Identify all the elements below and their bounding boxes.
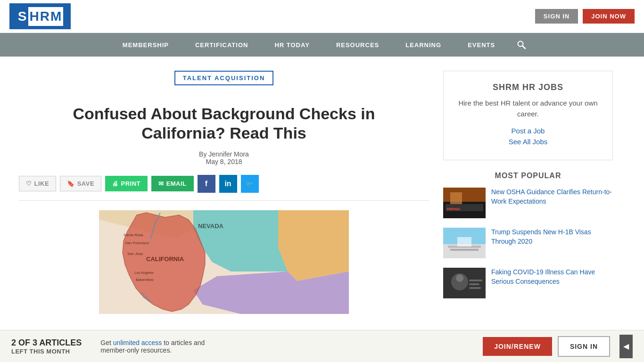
save-button[interactable]: 🔖 SAVE — [60, 176, 101, 191]
collapse-icon: ◀ — [623, 342, 629, 351]
nav-item-membership[interactable]: MEMBERSHIP — [109, 33, 182, 57]
articles-count-text: 2 OF 3 ARTICLES — [11, 338, 82, 347]
email-icon: ✉ — [158, 180, 164, 187]
articles-count: 2 OF 3 ARTICLES — [11, 338, 82, 348]
nav-item-learning[interactable]: LEARNING — [392, 33, 454, 57]
svg-line-1 — [523, 46, 526, 49]
svg-text:Santa Rosa: Santa Rosa — [124, 233, 143, 237]
article-image: CALIFORNIA Santa Rosa San Francisco San … — [99, 210, 349, 314]
svg-text:San Francisco: San Francisco — [125, 241, 149, 245]
heart-icon: ♡ — [26, 180, 32, 187]
join-now-button[interactable]: JOIN NOW — [583, 9, 635, 24]
popular-item-2: Trump Suspends New H-1B Visas Through 20… — [443, 228, 613, 258]
save-label: SAVE — [77, 180, 94, 187]
print-icon: 🖨 — [112, 180, 119, 187]
most-popular-title: MOST POPULAR — [443, 172, 613, 180]
svg-text:Bakersfield: Bakersfield — [136, 278, 153, 282]
post-job-link[interactable]: Post a Job — [453, 127, 603, 135]
svg-point-26 — [456, 274, 463, 282]
sign-in-button[interactable]: SIGN IN — [535, 9, 578, 24]
svg-marker-6 — [193, 272, 349, 314]
article-meta: By Jennifer Mora May 8, 2018 — [19, 150, 429, 165]
most-popular-section: MOST POPULAR HIRING New OSHA Guidance Cl… — [443, 172, 613, 298]
nav-item-hr-today[interactable]: HR TODAY — [261, 33, 322, 57]
bottom-banner: 2 OF 3 ARTICLES LEFT THIS MONTH Get unli… — [0, 330, 644, 362]
facebook-icon: f — [205, 180, 207, 188]
like-button[interactable]: ♡ LIKE — [19, 176, 56, 191]
bookmark-icon: 🔖 — [67, 180, 75, 187]
banner-message: Get unlimited access to articles and mem… — [100, 339, 232, 354]
linkedin-icon: in — [224, 180, 231, 188]
svg-text:San Jose: San Jose — [127, 252, 143, 256]
svg-marker-5 — [278, 210, 349, 281]
category-badge[interactable]: TALENT ACQUISITION — [174, 71, 274, 85]
hr-jobs-card: SHRM HR JOBS Hire the best HR talent or … — [443, 71, 613, 160]
popular-thumb-2 — [443, 228, 486, 258]
action-bar: ♡ LIKE 🔖 SAVE 🖨 PRINT ✉ EMAIL f in — [19, 175, 429, 201]
sidebar: SHRM HR JOBS Hire the best HR talent or … — [443, 71, 613, 314]
svg-text:CALIFORNIA: CALIFORNIA — [146, 255, 184, 263]
header-buttons: SIGN IN JOIN NOW — [535, 9, 635, 24]
popular-thumb-3 — [443, 268, 486, 298]
article-author: By Jennifer Mora — [199, 150, 249, 158]
shrm-logo[interactable]: S HRM — [9, 3, 71, 29]
collapse-button[interactable]: ◀ — [619, 335, 633, 358]
print-button[interactable]: 🖨 PRINT — [105, 176, 148, 191]
like-label: LIKE — [34, 180, 50, 187]
popular-title-1[interactable]: New OSHA Guidance Clarifies Return-to-Wo… — [491, 188, 613, 206]
popular-item-3: Faking COVID-19 Illness Can Have Serious… — [443, 268, 613, 298]
nav-item-resources[interactable]: RESOURCES — [323, 33, 392, 57]
banner-buttons: JOIN/RENEW SIGN IN ◀ — [483, 335, 633, 358]
nav-item-certification[interactable]: CERTIFICATION — [182, 33, 261, 57]
svg-text:NEVADA: NEVADA — [198, 222, 224, 230]
popular-item-1: HIRING New OSHA Guidance Clarifies Retur… — [443, 188, 613, 218]
sign-in-banner-button[interactable]: SIGN IN — [558, 336, 610, 357]
logo-area: S HRM — [9, 3, 71, 29]
site-header: S HRM SIGN IN JOIN NOW — [0, 0, 644, 33]
unlimited-access-link[interactable]: unlimited access — [113, 339, 162, 346]
twitter-icon: 🐦 — [246, 180, 254, 188]
see-all-jobs-link[interactable]: See All Jobs — [453, 138, 603, 146]
popular-title-2[interactable]: Trump Suspends New H-1B Visas Through 20… — [491, 228, 613, 246]
hr-jobs-title: SHRM HR JOBS — [453, 82, 603, 92]
svg-rect-23 — [457, 237, 471, 247]
svg-rect-22 — [450, 249, 479, 251]
banner-left: 2 OF 3 ARTICLES LEFT THIS MONTH Get unli… — [11, 338, 232, 355]
print-label: PRINT — [121, 180, 141, 187]
nav-item-events[interactable]: EVENTS — [454, 33, 508, 57]
twitter-button[interactable]: 🐦 — [241, 175, 259, 193]
hr-jobs-desc: Hire the best HR talent or advance your … — [453, 98, 603, 119]
svg-text:HIRING: HIRING — [447, 207, 460, 211]
join-renew-button[interactable]: JOIN/RENEW — [483, 337, 552, 356]
svg-rect-27 — [469, 280, 482, 281]
popular-title-3[interactable]: Faking COVID-19 Illness Can Have Serious… — [491, 268, 613, 286]
articles-sub: LEFT THIS MONTH — [11, 348, 91, 355]
linkedin-button[interactable]: in — [219, 175, 237, 193]
main-nav: MEMBERSHIP CERTIFICATION HR TODAY RESOUR… — [0, 33, 644, 57]
svg-rect-29 — [469, 287, 481, 289]
main-container: TALENT ACQUISITION Confused About Backgr… — [0, 57, 644, 328]
article-date: May 8, 2018 — [19, 158, 429, 165]
article-area: TALENT ACQUISITION Confused About Backgr… — [19, 71, 429, 314]
email-label: EMAIL — [166, 180, 187, 187]
svg-text:Los Angeles: Los Angeles — [134, 271, 154, 275]
banner-prefix: Get — [100, 339, 113, 346]
popular-thumb-1: HIRING — [443, 188, 486, 218]
svg-rect-28 — [469, 283, 479, 285]
facebook-button[interactable]: f — [198, 175, 215, 193]
search-icon[interactable] — [508, 33, 535, 57]
email-button[interactable]: ✉ EMAIL — [151, 176, 193, 191]
article-title: Confused About Background Checks in Cali… — [59, 104, 389, 143]
